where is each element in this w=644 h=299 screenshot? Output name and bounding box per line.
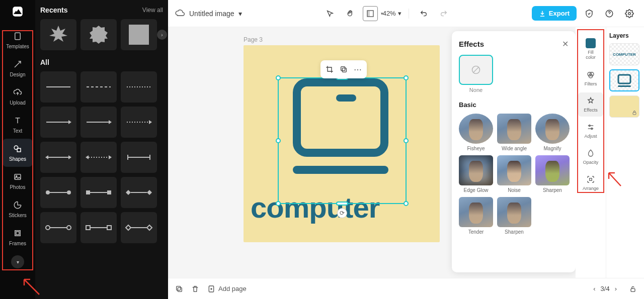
redo-button[interactable]: [436, 6, 451, 21]
shape-line-diamond-ends[interactable]: [121, 177, 157, 208]
nav-design[interactable]: Design: [3, 54, 33, 82]
shape-line-caps[interactable]: [121, 142, 157, 173]
resize-handle-mr[interactable]: [404, 138, 409, 143]
layer-background[interactable]: [609, 95, 639, 118]
resize-handle-bl[interactable]: [276, 201, 281, 206]
context-toolbar: ⋯: [320, 60, 367, 78]
shape-line-circle-outline[interactable]: [40, 212, 76, 243]
prev-page-button[interactable]: ‹: [593, 285, 595, 292]
selection-bbox[interactable]: ⟳: [278, 77, 407, 204]
effect-tender[interactable]: Tender: [459, 197, 493, 235]
nav-stickers[interactable]: Stickers: [3, 195, 33, 223]
nav-templates[interactable]: Templates: [3, 26, 33, 54]
shape-line-square-ends[interactable]: [80, 177, 117, 208]
page-label: Page 3: [244, 36, 263, 43]
recent-shape-square[interactable]: [121, 19, 157, 50]
recent-shape-burst[interactable]: [40, 19, 76, 50]
shape-arrow-double[interactable]: [40, 142, 76, 173]
add-page-button[interactable]: Add page: [207, 285, 247, 293]
shape-line-solid[interactable]: [40, 71, 76, 103]
chevron-down-icon: ▾: [238, 10, 242, 18]
effect-label: Wide angle: [502, 146, 527, 151]
zoom-dropdown[interactable]: 42%▾: [383, 10, 401, 17]
effects-panel: Effects ✕ None Basic Fisheye Wide angle …: [452, 31, 576, 272]
nav-label: Stickers: [9, 213, 27, 218]
shape-line-circle-ends[interactable]: [40, 177, 76, 208]
undo-button[interactable]: [416, 6, 431, 21]
crop-button[interactable]: [324, 63, 336, 75]
shape-arrow-right[interactable]: [40, 107, 76, 138]
settings-button[interactable]: [622, 6, 637, 21]
effect-noise[interactable]: Noise: [497, 155, 531, 193]
copy-button[interactable]: [338, 63, 350, 75]
effect-sharpen-2[interactable]: Sharpen: [497, 197, 531, 235]
prop-fill-color[interactable]: Fill color: [578, 34, 603, 64]
layer-text[interactable]: COMPUTER: [609, 43, 639, 65]
artboard-size-button[interactable]: ▾: [363, 6, 378, 21]
svg-rect-54: [342, 68, 346, 72]
resize-handle-br[interactable]: [404, 201, 409, 206]
svg-rect-48: [367, 11, 370, 17]
shape-arrow-dotted[interactable]: [121, 107, 157, 138]
recents-next[interactable]: ›: [157, 30, 167, 40]
effect-wide-angle[interactable]: Wide angle: [497, 114, 531, 151]
doc-title[interactable]: Untitled image ▾: [175, 9, 242, 19]
effect-label: Sharpen: [505, 229, 524, 235]
shape-line-dashed[interactable]: [80, 71, 117, 103]
duplicate-page-button[interactable]: [175, 285, 183, 293]
layer-computer-icon[interactable]: [609, 69, 639, 91]
view-all-link[interactable]: View all: [142, 7, 163, 14]
nav-text[interactable]: Text: [3, 111, 33, 139]
zoom-value: 42%: [383, 10, 396, 17]
svg-rect-69: [178, 287, 182, 291]
nav-photos[interactable]: Photos: [3, 167, 33, 195]
resize-handle-bc[interactable]: [336, 202, 348, 206]
recent-shape-gear[interactable]: [80, 19, 117, 50]
effect-none[interactable]: [459, 55, 493, 85]
export-button[interactable]: Export: [532, 6, 577, 21]
prop-filters[interactable]: Filters: [578, 66, 603, 90]
svg-rect-10: [129, 25, 149, 45]
effect-sharpen[interactable]: Sharpen: [535, 155, 570, 193]
svg-point-40: [67, 226, 71, 230]
prop-label: Opacity: [583, 160, 599, 165]
nav-more[interactable]: ▾: [11, 255, 24, 268]
more-button[interactable]: ⋯: [352, 63, 364, 75]
svg-marker-19: [149, 120, 152, 124]
close-effects-button[interactable]: ✕: [562, 39, 569, 49]
canvas[interactable]: Page 3 computer: [168, 27, 576, 278]
svg-point-31: [67, 190, 71, 194]
download-icon: [539, 10, 546, 17]
resize-handle-tl[interactable]: [276, 75, 281, 80]
nav-shapes[interactable]: Shapes: [3, 139, 33, 167]
shape-line-dotted[interactable]: [121, 71, 157, 103]
lock-toggle-button[interactable]: [629, 285, 637, 293]
resize-handle-ml[interactable]: [276, 138, 281, 143]
next-page-button[interactable]: ›: [615, 285, 617, 292]
shape-line-diamond-outline[interactable]: [121, 212, 157, 243]
text-icon: [13, 116, 23, 126]
resize-handle-tr[interactable]: [404, 75, 409, 80]
rotate-handle[interactable]: ⟳: [337, 208, 347, 218]
shield-button[interactable]: [582, 6, 597, 21]
effect-fisheye[interactable]: Fisheye: [459, 114, 493, 151]
stickers-icon: [13, 200, 23, 210]
hand-tool[interactable]: [343, 6, 358, 21]
delete-page-button[interactable]: [191, 285, 199, 293]
shape-arrow-double-dotted[interactable]: [80, 142, 117, 173]
effects-basic-heading: Basic: [459, 101, 569, 109]
prop-adjust[interactable]: Adjust: [578, 119, 603, 143]
pointer-tool[interactable]: [323, 6, 338, 21]
svg-rect-34: [107, 190, 111, 194]
shape-line-square-outline[interactable]: [80, 212, 117, 243]
effect-magnify[interactable]: Magnify: [535, 114, 570, 151]
app-logo[interactable]: [10, 4, 25, 19]
nav-frames[interactable]: Frames: [3, 223, 33, 251]
prop-arrange[interactable]: Arrange: [578, 171, 603, 195]
shape-arrow-right-alt[interactable]: [80, 107, 117, 138]
help-button[interactable]: [602, 6, 617, 21]
prop-effects[interactable]: Effects: [578, 92, 603, 117]
nav-upload[interactable]: Upload: [3, 82, 33, 111]
prop-opacity[interactable]: Opacity: [578, 145, 603, 169]
effect-edge-glow[interactable]: Edge Glow: [459, 155, 493, 193]
